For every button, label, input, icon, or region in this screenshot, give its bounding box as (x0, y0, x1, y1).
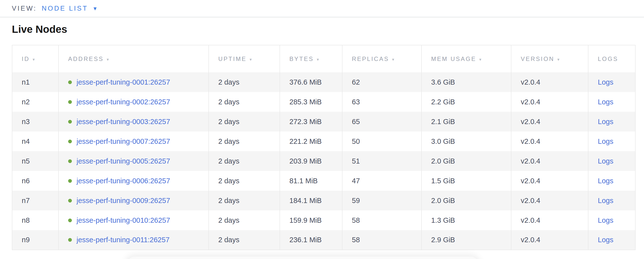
node-replicas: 58 (342, 230, 422, 250)
column-header-id[interactable]: ID▾ (12, 45, 58, 72)
sort-caret-icon: ▾ (317, 57, 319, 62)
caret-down-icon: ▼ (92, 6, 98, 11)
node-replicas: 47 (342, 171, 422, 191)
address-link[interactable]: jesse-perf-tuning-0006:26257 (76, 177, 170, 185)
node-address-cell: jesse-perf-tuning-0001:26257 (58, 72, 209, 92)
node-uptime: 2 days (209, 210, 280, 230)
next-panel-shadow (128, 257, 478, 259)
sort-caret-icon: ▾ (392, 57, 394, 62)
node-uptime: 2 days (209, 72, 280, 92)
node-replicas: 65 (342, 112, 422, 131)
logs-link[interactable]: Logs (598, 197, 614, 205)
node-uptime: 2 days (209, 171, 280, 191)
node-mem-usage: 1.3 GiB (422, 210, 511, 230)
sort-caret-icon: ▾ (557, 57, 560, 62)
node-address-cell: jesse-perf-tuning-0010:26257 (58, 210, 209, 230)
node-id: n4 (12, 131, 58, 151)
logs-link[interactable]: Logs (598, 98, 614, 106)
column-header-label: BYTES (290, 55, 314, 62)
node-bytes: 159.9 MiB (280, 210, 342, 230)
column-header-mem[interactable]: MEM USAGE▾ (422, 45, 511, 72)
live-status-icon (68, 140, 72, 143)
node-mem-usage: 2.0 GiB (422, 151, 511, 171)
view-selector-bar: VIEW: NODE LIST ▼ (0, 0, 644, 17)
column-header-label: ID (22, 55, 30, 62)
sort-caret-icon: ▾ (107, 57, 109, 62)
live-status-icon (68, 100, 72, 104)
sort-caret-icon: ▾ (479, 57, 482, 62)
address-link[interactable]: jesse-perf-tuning-0007:26257 (76, 137, 170, 145)
logs-link[interactable]: Logs (598, 78, 614, 86)
node-id: n9 (12, 230, 58, 250)
node-mem-usage: 2.9 GiB (422, 230, 511, 250)
node-uptime: 2 days (209, 191, 280, 210)
node-logs-cell: Logs (588, 191, 635, 210)
logs-link[interactable]: Logs (598, 216, 614, 224)
node-replicas: 63 (342, 92, 422, 112)
node-version: v2.0.4 (511, 210, 588, 230)
table-row: n9jesse-perf-tuning-0011:262572 days236.… (12, 230, 635, 250)
sort-caret-icon: ▾ (250, 57, 252, 62)
node-mem-usage: 3.0 GiB (422, 131, 511, 151)
node-bytes: 221.2 MiB (280, 131, 342, 151)
live-status-icon (68, 159, 72, 163)
table-header-row: ID▾ADDRESS▾UPTIME▾BYTES▾REPLICAS▾MEM USA… (12, 45, 635, 72)
address-link[interactable]: jesse-perf-tuning-0002:26257 (76, 98, 170, 106)
node-bytes: 285.3 MiB (280, 92, 342, 112)
column-header-replicas[interactable]: REPLICAS▾ (342, 45, 422, 72)
node-address-cell: jesse-perf-tuning-0006:26257 (58, 171, 209, 191)
node-uptime: 2 days (209, 131, 280, 151)
node-id: n8 (12, 210, 58, 230)
table-row: n8jesse-perf-tuning-0010:262572 days159.… (12, 210, 635, 230)
node-replicas: 62 (342, 72, 422, 92)
address-link[interactable]: jesse-perf-tuning-0010:26257 (76, 216, 170, 224)
node-version: v2.0.4 (511, 230, 588, 250)
logs-link[interactable]: Logs (598, 236, 614, 244)
address-link[interactable]: jesse-perf-tuning-0003:26257 (76, 118, 170, 126)
node-replicas: 51 (342, 151, 422, 171)
table-row: n5jesse-perf-tuning-0005:262572 days203.… (12, 151, 635, 171)
node-address-cell: jesse-perf-tuning-0009:26257 (58, 191, 209, 210)
column-header-uptime[interactable]: UPTIME▾ (209, 45, 280, 72)
node-id: n2 (12, 92, 58, 112)
node-id: n3 (12, 112, 58, 131)
node-bytes: 236.1 MiB (280, 230, 342, 250)
column-header-bytes[interactable]: BYTES▾ (280, 45, 342, 72)
column-header-version[interactable]: VERSION▾ (511, 45, 588, 72)
column-header-label: VERSION (521, 55, 554, 62)
address-link[interactable]: jesse-perf-tuning-0011:26257 (76, 236, 170, 244)
address-link[interactable]: jesse-perf-tuning-0009:26257 (76, 197, 170, 205)
table-row: n3jesse-perf-tuning-0003:262572 days272.… (12, 112, 635, 131)
node-version: v2.0.4 (511, 131, 588, 151)
node-mem-usage: 2.1 GiB (422, 112, 511, 131)
node-version: v2.0.4 (511, 191, 588, 210)
view-dropdown-value: NODE LIST (42, 5, 88, 12)
logs-link[interactable]: Logs (598, 157, 614, 165)
live-status-icon (68, 179, 72, 183)
node-mem-usage: 2.2 GiB (422, 92, 511, 112)
live-status-icon (68, 219, 72, 222)
node-version: v2.0.4 (511, 151, 588, 171)
logs-link[interactable]: Logs (598, 118, 614, 126)
node-id: n5 (12, 151, 58, 171)
view-label: VIEW: (12, 5, 37, 12)
column-header-label: LOGS (598, 55, 618, 62)
column-header-address[interactable]: ADDRESS▾ (58, 45, 209, 72)
node-id: n6 (12, 171, 58, 191)
node-version: v2.0.4 (511, 92, 588, 112)
node-address-cell: jesse-perf-tuning-0002:26257 (58, 92, 209, 112)
address-link[interactable]: jesse-perf-tuning-0005:26257 (76, 157, 170, 165)
node-logs-cell: Logs (588, 210, 635, 230)
view-dropdown[interactable]: NODE LIST ▼ (42, 5, 98, 12)
address-link[interactable]: jesse-perf-tuning-0001:26257 (76, 78, 170, 86)
node-version: v2.0.4 (511, 171, 588, 191)
node-logs-cell: Logs (588, 131, 635, 151)
node-uptime: 2 days (209, 151, 280, 171)
logs-link[interactable]: Logs (598, 137, 614, 145)
node-logs-cell: Logs (588, 171, 635, 191)
node-replicas: 59 (342, 191, 422, 210)
logs-link[interactable]: Logs (598, 177, 614, 185)
node-bytes: 81.1 MiB (280, 171, 342, 191)
table-row: n6jesse-perf-tuning-0006:262572 days81.1… (12, 171, 635, 191)
node-mem-usage: 3.6 GiB (422, 72, 511, 92)
